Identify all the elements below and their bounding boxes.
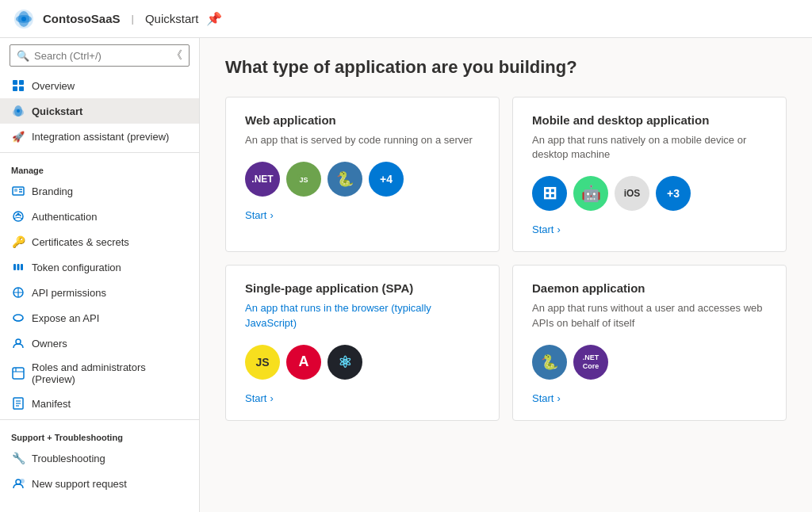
auth-icon — [11, 209, 25, 224]
python-icon: 🐍 — [327, 162, 362, 197]
sidebar-item-integration[interactable]: 🚀 Integration assistant (preview) — [0, 124, 199, 149]
android-icon: 🤖 — [573, 176, 608, 211]
sidebar-item-label: Authentication — [32, 211, 97, 223]
owners-icon — [11, 336, 25, 350]
header-app-name: ContosoSaaS — [43, 12, 121, 25]
integration-icon: 🚀 — [11, 129, 25, 143]
sidebar-item-label: Integration assistant (preview) — [32, 131, 169, 143]
sidebar-item-manifest[interactable]: Manifest — [0, 391, 199, 416]
page-title: What type of application are you buildin… — [225, 57, 787, 78]
collapse-icon[interactable]: 《 — [171, 48, 182, 63]
web-app-icons: .NET JS 🐍 +4 — [245, 162, 480, 197]
cards-grid: Web application An app that is served by… — [225, 97, 787, 421]
svg-point-22 — [16, 339, 21, 344]
sidebar-item-label: Branding — [32, 185, 73, 197]
svg-rect-18 — [17, 264, 20, 270]
mobile-desktop-icons: ⊞ 🤖 iOS +3 — [532, 176, 767, 211]
sidebar-item-label: Roles and administrators (Preview) — [32, 361, 188, 385]
manage-section-label: Manage — [0, 156, 199, 178]
dotnet-core-icon: .NETCore — [573, 345, 608, 380]
spa-desc: An app that runs in the browser (typical… — [245, 301, 480, 330]
web-app-start[interactable]: Start › — [245, 209, 480, 221]
daemon-icons: 🐍 .NETCore — [532, 345, 767, 380]
daemon-title: Daemon application — [532, 281, 767, 295]
arrow-icon: › — [270, 209, 273, 221]
sidebar-item-label: Certificates & secrets — [32, 236, 129, 248]
sidebar-item-certificates[interactable]: 🔑 Certificates & secrets — [0, 229, 199, 254]
arrow-icon: › — [270, 392, 273, 404]
sidebar-search-container[interactable]: 🔍 《 — [10, 44, 190, 67]
sidebar-item-new-support[interactable]: New support request — [0, 471, 199, 496]
daemon-card: Daemon application An app that runs with… — [512, 265, 787, 420]
sidebar-item-troubleshooting[interactable]: 🔧 Troubleshooting — [0, 445, 199, 471]
wrench-icon: 🔧 — [11, 451, 25, 465]
main-content: What type of application are you buildin… — [200, 38, 812, 512]
sidebar-item-label: Overview — [32, 80, 75, 92]
svg-point-29 — [20, 479, 25, 483]
js-icon: JS — [245, 345, 280, 380]
support-divider — [0, 419, 199, 420]
mobile-desktop-title: Mobile and desktop application — [532, 113, 767, 127]
support-section-label: Support + Troubleshooting — [0, 423, 199, 445]
dotnet-icon: .NET — [245, 162, 280, 197]
sidebar-item-expose-api[interactable]: Expose an API — [0, 305, 199, 331]
sidebar-item-label: Manifest — [32, 398, 71, 410]
support-icon — [11, 476, 25, 491]
manage-divider — [0, 152, 199, 153]
sidebar-item-overview[interactable]: Overview — [0, 73, 199, 98]
windows-icon: ⊞ — [532, 176, 567, 211]
nodejs-icon: JS — [286, 162, 321, 197]
roles-icon — [11, 366, 25, 380]
python2-icon: 🐍 — [532, 345, 567, 380]
branding-icon — [11, 184, 25, 198]
sidebar-item-api-permissions[interactable]: API permissions — [0, 280, 199, 305]
mobile-desktop-start[interactable]: Start › — [532, 224, 767, 235]
sidebar-item-authentication[interactable]: Authentication — [0, 204, 199, 229]
sidebar-item-label: Quickstart — [32, 105, 82, 117]
spa-start[interactable]: Start › — [245, 392, 480, 404]
svg-rect-5 — [19, 80, 24, 85]
svg-point-10 — [17, 109, 20, 113]
angular-icon: A — [286, 345, 321, 380]
web-app-card: Web application An app that is served by… — [225, 97, 500, 252]
svg-rect-19 — [21, 264, 23, 270]
sidebar-item-owners[interactable]: Owners — [0, 331, 199, 356]
mobile-desktop-card: Mobile and desktop application An app th… — [512, 97, 787, 252]
manifest-icon — [11, 396, 25, 411]
sidebar-item-branding[interactable]: Branding — [0, 178, 199, 204]
arrow-icon: › — [557, 392, 560, 404]
header: ContosoSaaS | Quickstart 📌 — [0, 0, 812, 38]
key-icon: 🔑 — [11, 235, 25, 249]
sidebar-item-label: Expose an API — [32, 312, 99, 324]
svg-rect-7 — [19, 86, 24, 91]
ios-icon: iOS — [615, 176, 649, 211]
sidebar-item-label: Owners — [32, 338, 67, 350]
daemon-start[interactable]: Start › — [532, 392, 767, 404]
plus3-badge: +3 — [656, 176, 691, 211]
search-icon: 🔍 — [17, 50, 29, 62]
sidebar-item-label: API permissions — [32, 287, 106, 299]
web-app-desc: An app that is served by code running on… — [245, 133, 480, 147]
svg-rect-23 — [13, 368, 24, 379]
react-icon: ⚛ — [327, 345, 362, 380]
spa-title: Single-page application (SPA) — [245, 281, 480, 295]
sidebar-item-label: New support request — [32, 478, 127, 490]
svg-point-28 — [16, 480, 21, 484]
svg-point-16 — [17, 213, 20, 216]
mobile-desktop-desc: An app that runs natively on a mobile de… — [532, 133, 767, 162]
svg-point-3 — [21, 17, 26, 21]
sidebar-item-quickstart[interactable]: Quickstart — [0, 98, 199, 124]
api-icon — [11, 285, 25, 300]
web-app-title: Web application — [245, 113, 480, 127]
arrow-icon: › — [557, 224, 560, 235]
pin-icon[interactable]: 📌 — [206, 11, 222, 26]
sidebar-item-token[interactable]: Token configuration — [0, 254, 199, 280]
expose-icon — [11, 311, 25, 325]
search-input[interactable] — [34, 50, 167, 62]
spa-card: Single-page application (SPA) An app tha… — [225, 265, 500, 420]
app-logo — [13, 8, 35, 30]
sidebar-item-label: Token configuration — [32, 262, 121, 273]
plus4-badge: +4 — [369, 162, 404, 197]
sidebar-item-roles[interactable]: Roles and administrators (Preview) — [0, 356, 199, 391]
spa-icons: JS A ⚛ — [245, 345, 480, 380]
